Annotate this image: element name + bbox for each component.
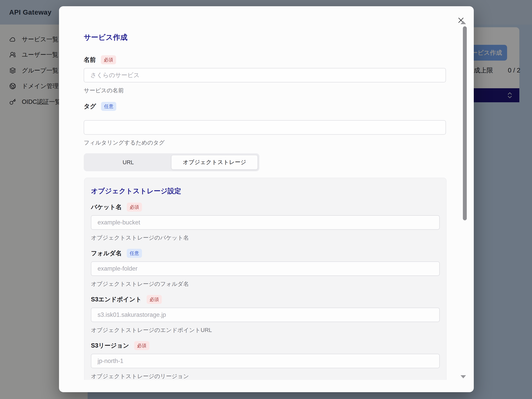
required-badge: 必須 <box>134 341 149 350</box>
folder-field-helper: オブジェクトストレージのフォルダ名 <box>91 281 440 287</box>
bucket-field-helper: オブジェクトストレージのバケット名 <box>91 234 440 241</box>
tag-field-label-row: タグ 任意 <box>84 102 446 111</box>
storage-section-title: オブジェクトストレージ設定 <box>91 187 440 195</box>
folder-field-label: フォルダ名 <box>91 249 122 257</box>
folder-name-input[interactable] <box>91 261 440 276</box>
region-field-helper: オブジェクトストレージのリージョン <box>91 373 440 380</box>
toggle-option-url[interactable]: URL <box>85 155 171 170</box>
bucket-field-label-row: バケット名 必須 <box>91 203 440 212</box>
s3-endpoint-input[interactable] <box>91 308 440 322</box>
tag-field-helper: フィルタリングするためのタグ <box>84 139 446 146</box>
endpoint-field-label: S3エンドポイント <box>91 295 142 303</box>
name-field-label-row: 名前 必須 <box>84 55 446 64</box>
modal-scroll-area: サービス作成 名前 必須 サービスの名前 タグ 任意 フィルタリングするためのタ… <box>59 6 474 380</box>
create-service-modal: サービス作成 名前 必須 サービスの名前 タグ 任意 フィルタリングするためのタ… <box>59 6 474 392</box>
modal-title: サービス作成 <box>84 33 446 41</box>
scrollbar-up-arrow[interactable] <box>461 21 466 24</box>
optional-badge: 任意 <box>101 102 116 111</box>
toggle-option-object-storage[interactable]: オブジェクトストレージ <box>171 155 258 170</box>
source-type-toggle: URL オブジェクトストレージ <box>84 153 259 171</box>
endpoint-field-helper: オブジェクトストレージのエンドポイントURL <box>91 327 440 333</box>
tag-input[interactable] <box>84 120 446 135</box>
required-badge: 必須 <box>147 295 162 304</box>
optional-badge: 任意 <box>127 249 142 258</box>
bucket-name-input[interactable] <box>91 215 440 230</box>
required-badge: 必須 <box>101 55 116 64</box>
name-field-label: 名前 <box>84 56 96 64</box>
tag-field-label: タグ <box>84 102 96 110</box>
name-field-helper: サービスの名前 <box>84 87 446 94</box>
name-input[interactable] <box>84 68 446 82</box>
required-badge: 必須 <box>127 203 142 212</box>
folder-field-label-row: フォルダ名 任意 <box>91 249 440 258</box>
region-field-label: S3リージョン <box>91 341 129 350</box>
s3-region-input[interactable] <box>91 354 440 368</box>
scrollbar-thumb[interactable] <box>463 26 467 220</box>
bucket-field-label: バケット名 <box>91 203 122 211</box>
region-field-label-row: S3リージョン 必須 <box>91 341 440 350</box>
endpoint-field-label-row: S3エンドポイント 必須 <box>91 295 440 304</box>
object-storage-settings-card: オブジェクトストレージ設定 バケット名 必須 オブジェクトストレージのバケット名… <box>84 178 447 380</box>
scrollbar-down-arrow[interactable] <box>461 375 466 378</box>
